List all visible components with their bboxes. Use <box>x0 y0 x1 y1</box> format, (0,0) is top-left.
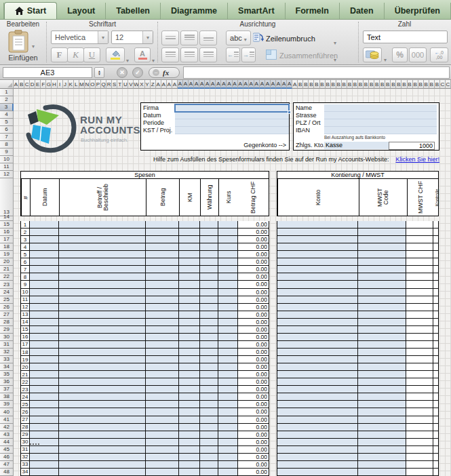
expense-input-cell[interactable] <box>179 296 200 303</box>
expense-input-cell[interactable] <box>179 289 200 296</box>
mwst-code-cell[interactable] <box>358 326 406 333</box>
column-header-33[interactable]: A <box>194 80 199 89</box>
column-header-50[interactable]: A <box>287 80 292 89</box>
expense-chf-cell[interactable]: 0.00 <box>238 258 269 265</box>
expense-chf-cell[interactable]: 0.00 <box>238 229 269 235</box>
selected-cell-firma[interactable] <box>174 104 290 113</box>
expense-input-cell[interactable] <box>200 469 218 475</box>
expense-input-cell[interactable] <box>30 469 59 475</box>
kontrolle-cell[interactable] <box>433 251 438 258</box>
column-header-47[interactable]: A <box>271 80 276 89</box>
column-header-20[interactable]: U <box>123 80 128 89</box>
currency-format-button[interactable] <box>363 47 382 62</box>
column-header-2[interactable]: C <box>24 80 30 89</box>
expense-input-cell[interactable] <box>30 363 59 370</box>
row-header-10[interactable]: 10 <box>0 156 14 163</box>
expense-input-cell[interactable] <box>200 319 218 325</box>
row-header-43[interactable]: 43 <box>0 431 14 439</box>
mwst-code-cell[interactable] <box>358 334 406 340</box>
expense-num-cell[interactable]: 4 <box>21 243 30 250</box>
konto-cell[interactable] <box>277 393 358 400</box>
expense-chf-cell[interactable]: 0.00 <box>238 371 269 378</box>
expense-input-cell[interactable] <box>179 446 200 453</box>
mwst-chf-cell[interactable] <box>406 446 433 453</box>
column-header-26[interactable]: A <box>156 80 161 89</box>
expense-chf-cell[interactable]: 0.00 <box>238 273 269 280</box>
tab-ueberpruefen[interactable]: Überprüfen <box>385 3 451 19</box>
expense-input-cell[interactable] <box>30 341 59 348</box>
mwst-chf-cell[interactable] <box>406 281 433 287</box>
underline-button[interactable]: U <box>83 47 100 62</box>
expense-input-cell[interactable] <box>30 296 59 303</box>
column-header-30[interactable]: A <box>178 80 183 89</box>
kontrolle-cell[interactable] <box>433 319 438 325</box>
column-header-70[interactable]: B <box>396 80 401 89</box>
konto-cell[interactable] <box>277 416 358 423</box>
expense-input-cell[interactable] <box>59 356 146 363</box>
mwst-chf-cell[interactable] <box>406 319 433 325</box>
expense-input-cell[interactable] <box>179 229 200 235</box>
konto-cell[interactable] <box>277 311 358 318</box>
mwst-code-cell[interactable] <box>358 401 406 408</box>
expense-chf-cell[interactable]: 0.00 <box>238 304 269 311</box>
row-header-33[interactable]: 33 <box>0 356 14 363</box>
mwst-code-cell[interactable] <box>358 386 406 393</box>
expense-input-cell[interactable] <box>179 416 200 423</box>
expense-input-cell[interactable] <box>200 341 218 348</box>
kontrolle-cell[interactable] <box>433 349 438 355</box>
expense-input-cell[interactable] <box>179 273 200 280</box>
expense-input-cell[interactable] <box>200 393 218 400</box>
expense-input-cell[interactable] <box>218 408 238 415</box>
expense-input-cell[interactable] <box>218 229 238 235</box>
mwst-code-cell[interactable] <box>358 363 406 370</box>
expense-input-cell[interactable] <box>146 326 179 333</box>
expense-input-cell[interactable] <box>146 408 179 415</box>
expense-input-cell[interactable] <box>200 258 218 265</box>
expense-input-cell[interactable] <box>146 439 179 445</box>
expense-input-cell[interactable] <box>59 221 146 228</box>
expense-num-cell[interactable]: 17 <box>21 341 30 348</box>
expense-num-cell[interactable]: 31 <box>21 446 30 453</box>
konto-cell[interactable] <box>277 408 358 415</box>
expense-num-cell[interactable]: 7 <box>21 266 30 273</box>
mwst-chf-cell[interactable] <box>406 454 433 460</box>
column-header-42[interactable]: A <box>243 80 249 89</box>
paste-button-label[interactable]: Einfügen <box>0 54 46 62</box>
expense-num-cell[interactable]: 11 <box>21 296 30 303</box>
expense-input-cell[interactable] <box>179 469 200 475</box>
expense-input-cell[interactable] <box>146 424 179 431</box>
kontrolle-cell[interactable] <box>433 356 438 363</box>
align-middle-button[interactable] <box>180 31 198 45</box>
expense-input-cell[interactable] <box>218 319 238 325</box>
expense-input-cell[interactable] <box>30 236 59 243</box>
row-header-46[interactable]: 46 <box>0 454 14 461</box>
column-header-63[interactable]: B <box>358 80 364 89</box>
mwst-chf-cell[interactable] <box>406 221 433 228</box>
bold-button[interactable]: F <box>51 47 68 62</box>
mwst-code-cell[interactable] <box>358 273 406 280</box>
expense-input-cell[interactable] <box>59 334 146 340</box>
konto-cell[interactable] <box>277 229 358 235</box>
expense-input-cell[interactable] <box>218 363 238 370</box>
expense-num-cell[interactable]: 24 <box>21 393 30 400</box>
tab-diagramme[interactable]: Diagramme <box>161 3 228 19</box>
row-header-24[interactable]: 24 <box>0 289 14 296</box>
column-header-12[interactable]: M <box>79 80 85 89</box>
row-header-13[interactable]: 13 <box>0 178 14 216</box>
expense-input-cell[interactable] <box>59 289 146 296</box>
konto-cell[interactable] <box>277 236 358 243</box>
expense-chf-cell[interactable]: 0.00 <box>238 334 269 340</box>
column-header-67[interactable]: B <box>380 80 385 89</box>
kontrolle-cell[interactable] <box>433 236 438 243</box>
kontrolle-cell[interactable] <box>433 393 438 400</box>
expense-input-cell[interactable] <box>179 304 200 311</box>
expense-input-cell[interactable] <box>179 281 200 287</box>
mwst-chf-cell[interactable] <box>406 266 433 273</box>
italic-button[interactable]: K <box>67 47 84 62</box>
column-header-76[interactable]: B <box>429 80 435 89</box>
expense-input-cell[interactable] <box>59 258 146 265</box>
expense-input-cell[interactable] <box>59 393 146 400</box>
konto-cell[interactable] <box>277 243 358 250</box>
align-right-button[interactable] <box>199 47 217 62</box>
expense-input-cell[interactable] <box>200 296 218 303</box>
